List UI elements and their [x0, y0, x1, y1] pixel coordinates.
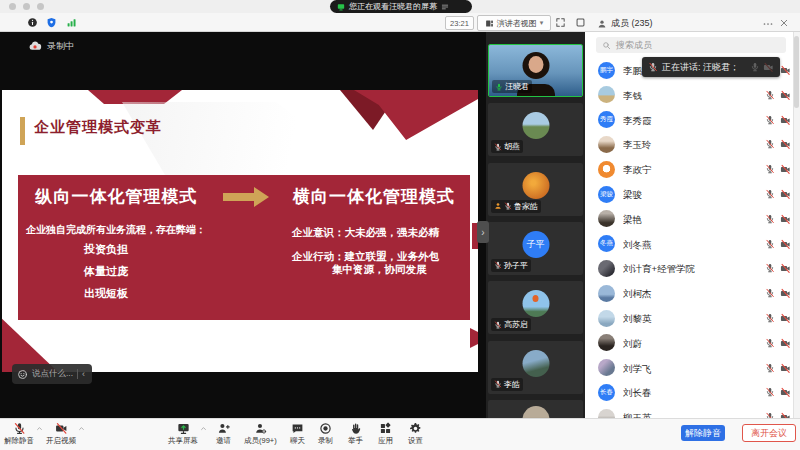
- member-row[interactable]: 梁艳: [585, 207, 800, 232]
- close-icon[interactable]: [779, 18, 789, 28]
- quick-chat-bubble[interactable]: 说点什么... ‹: [12, 364, 92, 384]
- arrow-right-icon: [223, 193, 254, 201]
- member-row[interactable]: 刘学飞: [585, 356, 800, 381]
- camera-off-icon: [780, 115, 791, 126]
- view-mode-label: 演讲者视图: [497, 18, 537, 29]
- member-row[interactable]: 李政宁: [585, 157, 800, 182]
- shield-icon[interactable]: [46, 17, 57, 28]
- participant-name-chip: 李皓: [491, 378, 523, 391]
- speaking-tooltip-text: 正在讲话: 汪晓君；: [662, 61, 739, 74]
- toolbar-button-label: 聊天: [290, 436, 305, 446]
- chevron-up-icon[interactable]: [78, 425, 85, 432]
- leave-meeting-button[interactable]: 离开会议: [742, 424, 796, 442]
- window-icon[interactable]: [575, 17, 586, 28]
- member-row[interactable]: 冬燕刘冬燕: [585, 232, 800, 257]
- toolbar-button-chat[interactable]: 聊天: [290, 422, 305, 446]
- member-row[interactable]: 刘蔚: [585, 331, 800, 356]
- mic-icon: [495, 83, 503, 91]
- mic-muted-icon: [765, 288, 775, 298]
- member-row[interactable]: 刘计育+经管学院: [585, 256, 800, 281]
- camera-off-icon: [763, 62, 774, 73]
- chevron-up-icon[interactable]: [200, 425, 207, 432]
- participant-name-chip: 汪晓君: [492, 80, 532, 93]
- video-tile-李皓[interactable]: 李皓: [488, 341, 583, 394]
- video-tile-高苏启[interactable]: 高苏启: [488, 281, 583, 334]
- camera-off-icon: [780, 387, 791, 398]
- avatar: [598, 409, 615, 418]
- toolbar-button-apps[interactable]: 应用: [378, 422, 393, 446]
- video-tile-胡燕[interactable]: 胡燕: [488, 103, 583, 156]
- member-row[interactable]: 梁骏梁骏: [585, 182, 800, 207]
- video-tile-鲁家皓[interactable]: 鲁家皓: [488, 163, 583, 216]
- search-input[interactable]: 搜索成员: [596, 37, 786, 53]
- toolbar-button-members[interactable]: 成员(99+): [244, 422, 277, 446]
- chevron-up-icon[interactable]: [36, 425, 43, 432]
- mic-muted-icon: [765, 115, 775, 125]
- watching-screen-banner[interactable]: 您正在观看汪晓君的屏幕: [330, 0, 472, 13]
- toolbar-button-label: 举手: [348, 436, 363, 446]
- camera-off-icon: [780, 139, 791, 150]
- list-lines-icon[interactable]: [441, 3, 449, 11]
- avatar: [598, 161, 615, 178]
- toolbar-button-invite[interactable]: 邀请: [216, 422, 231, 446]
- cloud-record-icon: [28, 39, 42, 53]
- member-row[interactable]: 柳玉英: [585, 405, 800, 418]
- toolbar-button-label: 录制: [318, 436, 333, 446]
- camera-off-icon: [55, 422, 68, 435]
- search-icon: [602, 41, 611, 50]
- member-name: 梁骏: [623, 189, 642, 202]
- leave-meeting-label: 离开会议: [751, 427, 787, 440]
- member-row[interactable]: 刘黎英: [585, 306, 800, 331]
- member-row[interactable]: 刘柯杰: [585, 281, 800, 306]
- member-row[interactable]: 李玉玲: [585, 132, 800, 157]
- traffic-light-close-button[interactable]: [9, 3, 16, 10]
- traffic-light-zoom-button[interactable]: [37, 3, 44, 10]
- smiley-icon[interactable]: [17, 369, 28, 380]
- info-icon[interactable]: [27, 17, 38, 28]
- toolbar-button-raise-hand[interactable]: 举手: [348, 422, 363, 446]
- avatar: 鹏宇: [598, 62, 615, 79]
- meeting-timer: 23:21: [445, 16, 474, 30]
- bottom-toolbar: 解除静音开启视频共享屏幕邀请成员(99+)聊天录制举手应用设置: [0, 418, 800, 450]
- avatar: 长春: [598, 384, 615, 401]
- video-tile-孙子平[interactable]: 子平孙子平: [488, 222, 583, 275]
- mic-muted-icon: [504, 202, 512, 210]
- member-row[interactable]: 长春刘长春: [585, 380, 800, 405]
- toolbar-button-camera-off[interactable]: 开启视频: [46, 422, 76, 446]
- screen-share-green-icon: [337, 3, 345, 11]
- video-tile-partial[interactable]: [488, 400, 583, 418]
- panel-unmute-button[interactable]: 解除静音: [681, 425, 725, 441]
- members-icon: [254, 422, 267, 435]
- view-mode-dropdown[interactable]: 演讲者视图 ▾: [477, 15, 551, 31]
- left-column-item: 出现短板: [84, 286, 128, 301]
- toolbar-button-label: 共享屏幕: [168, 436, 198, 446]
- divider: [77, 369, 78, 379]
- mic-muted-icon: [494, 261, 502, 269]
- toolbar-button-mic-muted[interactable]: 解除静音: [4, 422, 34, 446]
- mic-muted-icon: [494, 380, 502, 388]
- camera-off-icon: [780, 363, 791, 374]
- avatar: [522, 350, 549, 377]
- toolbar-button-settings[interactable]: 设置: [408, 422, 423, 446]
- member-row[interactable]: 李钱: [585, 83, 800, 108]
- mic-muted-icon: [765, 387, 775, 397]
- video-tile-汪晓君[interactable]: 汪晓君: [488, 44, 583, 97]
- member-name: 刘冬燕: [623, 239, 652, 252]
- chat-collapse-icon[interactable]: ‹: [82, 369, 85, 379]
- scrollbar-thumb[interactable]: [794, 36, 799, 108]
- camera-off-icon: [780, 338, 791, 349]
- video-strip-collapse-handle[interactable]: ›: [477, 221, 489, 243]
- right-column-line: 集中资源，协同发展: [332, 263, 427, 277]
- more-icon[interactable]: [762, 18, 774, 30]
- member-row[interactable]: 秀霞李秀霞: [585, 108, 800, 133]
- mic-muted-icon: [765, 363, 775, 373]
- toolbar-button-share-screen[interactable]: 共享屏幕: [168, 422, 198, 446]
- traffic-light-minimize-button[interactable]: [23, 3, 30, 10]
- left-column-title: 纵向一体化管理模式: [14, 185, 219, 208]
- person-icon: [597, 19, 607, 29]
- slide-title: 企业管理模式变革: [34, 118, 162, 137]
- toolbar-button-record[interactable]: 录制: [318, 422, 333, 446]
- fullscreen-icon[interactable]: [555, 17, 566, 28]
- signal-icon[interactable]: [66, 17, 77, 28]
- video-thumbnail-strip: 汪晓君胡燕鲁家皓子平孙子平高苏启李皓: [486, 32, 585, 418]
